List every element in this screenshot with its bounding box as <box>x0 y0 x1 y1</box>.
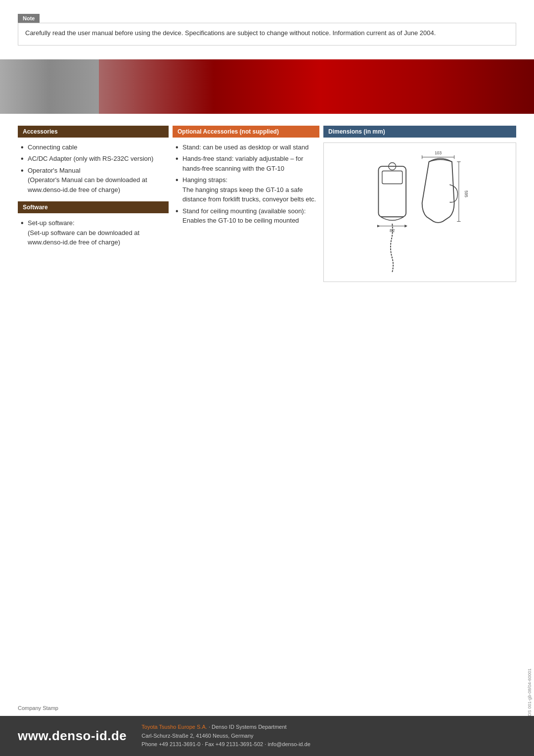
left-column: Accessories Connecting cable AC/DC Adapt… <box>18 126 169 494</box>
svg-text:595: 595 <box>464 190 469 197</box>
middle-column: Optional Accessories (not supplied) Stan… <box>169 126 319 494</box>
company-stamp-label: Company Stamp <box>18 705 58 711</box>
list-item: Hands-free stand: variably adjustable – … <box>175 154 319 173</box>
list-item: Connecting cable <box>20 142 169 152</box>
red-banner <box>0 59 534 114</box>
svg-text:103: 103 <box>435 150 442 155</box>
page-wrapper: Note Carefully read the user manual befo… <box>0 0 534 756</box>
note-label: Note <box>18 14 40 23</box>
footer-company-info: Toyota Tsusho Europe S.A. · Denso ID Sys… <box>141 723 310 749</box>
scanner-diagram: 82 103 <box>329 148 511 277</box>
software-header: Software <box>18 201 169 213</box>
list-item: Set-up software: (Set-up software can be… <box>20 218 169 247</box>
software-section: Software Set-up software: (Set-up softwa… <box>18 201 169 247</box>
dimensions-header: Dimensions (in mm) <box>323 126 516 138</box>
optional-accessories-list: Stand: can be used as desktop or wall st… <box>173 142 319 226</box>
note-box: Carefully read the user manual before us… <box>18 23 516 46</box>
footer-company-name: Toyota Tsusho Europe S.A. · Denso ID Sys… <box>141 724 286 730</box>
main-content: Accessories Connecting cable AC/DC Adapt… <box>18 126 516 494</box>
list-item: Stand: can be used as desktop or wall st… <box>175 142 319 152</box>
footer-website[interactable]: www.denso-id.de <box>18 728 127 744</box>
scanner-side-view: 103 595 <box>422 150 469 223</box>
scanner-front-view: 82 <box>378 162 406 272</box>
note-text: Carefully read the user manual before us… <box>25 28 509 38</box>
software-list: Set-up software: (Set-up software can be… <box>18 218 169 247</box>
list-item: Stand for ceiling mounting (available so… <box>175 206 319 226</box>
footer-contact: Phone +49 2131-3691-0 · Fax +49 2131-369… <box>141 741 310 747</box>
company-stamp: Company Stamp <box>18 705 516 711</box>
svg-rect-0 <box>378 166 406 217</box>
list-item: Operator's Manual (Operator's Manual can… <box>20 166 169 195</box>
svg-rect-1 <box>382 171 402 184</box>
accessories-header: Accessories <box>18 126 169 138</box>
side-doc-ref: DS 001-gb-08/04-60001 <box>527 668 532 716</box>
footer-address: Carl-Schurz-Straße 2, 41460 Neuss, Germa… <box>141 733 253 739</box>
footer: www.denso-id.de Toyota Tsusho Europe S.A… <box>0 716 534 756</box>
note-section: Note Carefully read the user manual befo… <box>18 14 516 46</box>
dimensions-box: 82 103 <box>323 142 516 282</box>
list-item: Hanging straps: The hanging straps keep … <box>175 175 319 204</box>
accessories-list: Connecting cable AC/DC Adapter (only wit… <box>18 142 169 195</box>
optional-accessories-header: Optional Accessories (not supplied) <box>173 126 319 138</box>
list-item: AC/DC Adapter (only with RS-232C version… <box>20 154 169 164</box>
right-column: Dimensions (in mm) <box>319 126 516 494</box>
svg-text:82: 82 <box>390 228 395 233</box>
